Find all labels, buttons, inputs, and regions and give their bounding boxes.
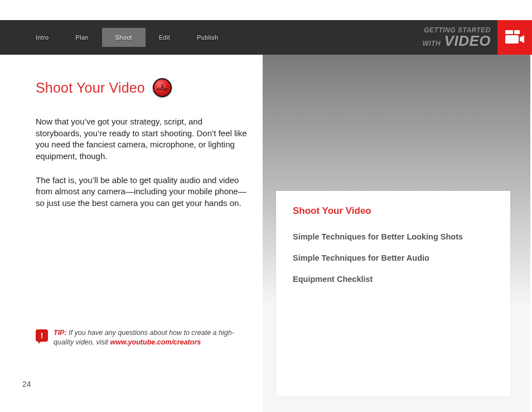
video-camera-icon — [497, 20, 532, 55]
para-1: Now that you’ve got your strategy, scrip… — [36, 116, 248, 162]
title-row: Shoot Your Video 1 HOUR — [36, 78, 248, 97]
page: Intro Plan Shoot Edit Publish GETTING ST… — [0, 0, 532, 412]
svg-rect-1 — [514, 30, 520, 34]
toc-item-2[interactable]: Simple Techniques for Better Audio — [293, 253, 494, 262]
tip-text: TIP: If you have any questions about how… — [54, 328, 253, 347]
tip-block: ! TIP: If you have any questions about h… — [36, 328, 253, 347]
tip-link[interactable]: www.youtube.com/creators — [110, 338, 201, 346]
badge-unit: HOUR — [157, 88, 168, 91]
tip-label: TIP: — [54, 329, 67, 337]
brand-text: GETTING STARTED WITH VIDEO — [422, 27, 497, 48]
header-bar: Intro Plan Shoot Edit Publish GETTING ST… — [0, 20, 532, 55]
toc-item-1[interactable]: Simple Techniques for Better Looking Sho… — [293, 232, 494, 241]
tab-publish[interactable]: Publish — [183, 28, 231, 47]
tab-shoot[interactable]: Shoot — [102, 28, 146, 47]
brand-video: VIDEO — [444, 32, 491, 49]
toc-heading: Shoot Your Video — [293, 205, 494, 217]
brand-with: WITH — [422, 40, 441, 47]
nav-tabs: Intro Plan Shoot Edit Publish — [22, 28, 231, 47]
duration-badge: 1 HOUR — [153, 78, 172, 97]
tab-plan[interactable]: Plan — [62, 28, 102, 47]
toc-item-3[interactable]: Equipment Checklist — [293, 275, 494, 284]
svg-rect-0 — [505, 30, 513, 34]
main-content: Shoot Your Video 1 HOUR Now that you’ve … — [36, 78, 248, 222]
page-title: Shoot Your Video — [36, 80, 145, 96]
svg-rect-2 — [505, 35, 519, 44]
right-panel: Shoot Your Video Simple Techniques for B… — [263, 55, 530, 412]
para-2: The fact is, you’ll be able to get quali… — [36, 175, 248, 209]
tab-intro[interactable]: Intro — [22, 28, 62, 47]
page-number: 24 — [22, 380, 31, 389]
brand-block: GETTING STARTED WITH VIDEO — [422, 20, 532, 55]
toc-card: Shoot Your Video Simple Techniques for B… — [276, 191, 510, 396]
exclamation-icon: ! — [36, 329, 48, 342]
tab-edit[interactable]: Edit — [146, 28, 183, 47]
